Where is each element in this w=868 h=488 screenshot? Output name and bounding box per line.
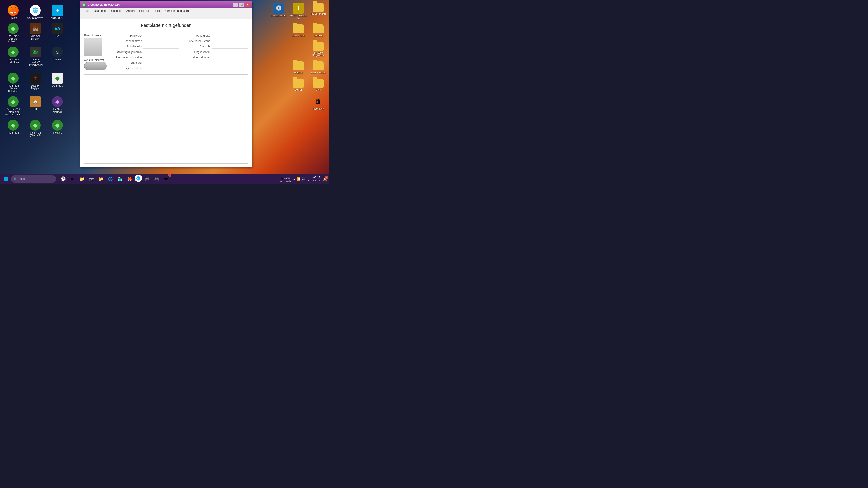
desktop-icons-left: 🦊 Firefox 🌐 Google Chrome ⊞ Microsoft B.…: [2, 2, 79, 140]
icon-sims4[interactable]: ◆ The Sims 4: [4, 119, 22, 138]
info-panels: Gesamtzustand Aktuelle Temperatu Firmwar…: [84, 34, 248, 72]
seriennummer-row: Seriennummer: [116, 39, 180, 43]
icon-chrome[interactable]: 🌐 Google Chrome: [26, 4, 44, 20]
clock-time: 02:15: [308, 176, 320, 179]
icon-sims2ult[interactable]: ◆ The Sims 2 Ultimate Collection: [4, 22, 22, 44]
temperature-indicator: [84, 62, 107, 70]
taskbar-right: ☁ 15°C Stark bewölkt ∧ 📶 🔊 02:15 17.09.2…: [279, 175, 327, 182]
window-titlebar: 💿 CrystalDiskInfo 9.4.4 x64 ─ □ ✕: [81, 1, 252, 8]
app-icon: 💿: [82, 3, 86, 7]
menu-festplatte[interactable]: Festplatte: [137, 8, 153, 13]
icon-deadbydaylight[interactable]: ✝ Dead by Daylight: [26, 72, 44, 94]
menu-bearbeiten[interactable]: Bearbeiten: [92, 8, 109, 13]
icon-simsmedieval[interactable]: ◆ The Sims Medieval: [49, 95, 66, 117]
icon-microsoft[interactable]: ⊞ Microsoft B...: [49, 4, 66, 20]
drehzahl-row: Drehzahl: [185, 44, 248, 48]
menu-datei[interactable]: Datei: [82, 8, 92, 13]
window-controls: ─ □ ✕: [233, 3, 250, 7]
clock-date: 17.09.2024: [308, 179, 320, 182]
icon-sims4mods[interactable]: SIMS 4 MODS: [309, 61, 327, 75]
weather-temp: 15°C: [284, 176, 290, 179]
icon-crystaldiskinfo[interactable]: 💿 CrystalDiskInfo: [270, 2, 287, 21]
taskbar: 🔍 ⚽ ✏ 📁 📷 📂 🌐 🏪 🦊 🌐 🎮 🎮 👁 3: [0, 173, 329, 184]
window-body: Festplatte nicht gefunden Gesamtzustand …: [81, 19, 252, 167]
taskbar-teamviewer-wrapper: 👁 3: [162, 175, 170, 183]
icon-medievaldynasty[interactable]: 🏰 Medieval Dynasty: [26, 22, 44, 44]
weather-icon: ☁: [280, 176, 283, 180]
nvcache-row: NV-Cache-Größe: [185, 39, 248, 43]
icon-sims3create[interactable]: ◆ Die Sims™ 3 Erstelle eine Welt-Tool - …: [4, 95, 22, 117]
icon-sonstige[interactable]: Sonstige Programme: [309, 41, 327, 58]
taskbar-app-firefox[interactable]: 🦊: [125, 175, 134, 183]
menu-hilfe[interactable]: Hilfe: [153, 8, 162, 13]
search-input[interactable]: [19, 177, 53, 181]
gesamtzustand-label: Gesamtzustand: [84, 34, 111, 36]
taskbar-app-xbox[interactable]: 🎮: [152, 175, 161, 183]
taskbar-app-ball[interactable]: ⚽: [59, 175, 67, 183]
icon-elderscrolls[interactable]: 🐉 The Elder Scrolls V Skyrim Special E..…: [26, 46, 44, 70]
uebertragungsmodus-row: Übertragungsmodus: [116, 50, 180, 54]
volume-icon[interactable]: 🔊: [301, 177, 305, 181]
maximize-button[interactable]: □: [239, 3, 244, 7]
temperature-label: Aktuelle Temperatu: [84, 59, 111, 61]
window-title: CrystalDiskInfo 9.4.4 x64: [88, 3, 120, 6]
icon-papierkorb[interactable]: 🗑 Papierkorb: [309, 95, 327, 111]
taskbar-app-explorer[interactable]: 📂: [97, 175, 105, 183]
menubar: Datei Bearbeiten Optionen Ansicht Festpl…: [81, 8, 252, 14]
desktop-icons-right: 💿 CrystalDiskInfo ⬇ HTTP_Downloader IRL …: [270, 2, 327, 114]
teamviewer-badge: 3: [168, 174, 171, 177]
icon-http-downloader[interactable]: ⬇ HTTP_Downloader: [289, 2, 307, 21]
left-panel: Gesamtzustand Aktuelle Temperatu: [84, 34, 114, 72]
taskbar-app-files[interactable]: 📁: [78, 175, 86, 183]
menu-sprache[interactable]: Sprache(Language): [163, 8, 191, 13]
icon-ordner[interactable]: Ordner: [289, 78, 307, 92]
laufwerksbuchstaben-row: Laufwerksbuchstaben: [116, 55, 180, 59]
start-button[interactable]: [2, 175, 10, 183]
taskbar-app-edge[interactable]: 🌐: [106, 175, 115, 183]
icon-sandisk[interactable]: SanDisk: [309, 24, 327, 38]
titlebar-left: 💿 CrystalDiskInfo 9.4.4 x64: [82, 3, 120, 7]
icon-drucken[interactable]: Drucken: [289, 61, 307, 75]
icon-grid: 🦊 Firefox 🌐 Google Chrome ⊞ Microsoft B.…: [2, 2, 79, 140]
taskbar-search[interactable]: 🔍: [11, 175, 56, 183]
eigenschaften-row: Eigenschaften: [116, 66, 180, 70]
icon-irl-dokumente[interactable]: IRL Dokumente: [309, 2, 327, 21]
wifi-icon[interactable]: 📶: [296, 177, 300, 181]
icon-vpn[interactable]: VPN: [309, 78, 327, 92]
taskbar-apps: ⚽ ✏ 📁 📷 📂 🌐 🏪 🦊 🌐 🎮 🎮 👁 3: [59, 175, 170, 183]
taskbar-app-chrome[interactable]: 🌐: [135, 175, 142, 182]
eingeschaltet-row: Eingeschaltet: [185, 50, 248, 54]
icon-sims2body[interactable]: ◆ The Sims 2 Body Shop: [4, 46, 22, 70]
right-panel: Puffergröße NV-Cache-Größe Drehzahl Eing…: [182, 34, 248, 72]
taskbar-app-store[interactable]: 🏪: [116, 175, 124, 183]
menu-ansicht[interactable]: Ansicht: [125, 8, 137, 13]
taskbar-app-game[interactable]: 🎮: [143, 175, 151, 183]
icon-sims4dx[interactable]: ◆ The Sims 4 (DirectX 9): [26, 119, 44, 138]
health-indicator: [84, 38, 102, 56]
tray-chevron[interactable]: ∧: [293, 177, 296, 181]
taskbar-app-pen[interactable]: ✏: [68, 175, 77, 183]
minimize-button[interactable]: ─: [233, 3, 238, 7]
menu-optionen[interactable]: Optionen: [110, 8, 124, 13]
icon-diesims[interactable]: ◆ Die Sims...: [49, 72, 66, 94]
icon-ea[interactable]: EA EA: [49, 22, 66, 44]
main-title: Festplatte nicht gefunden: [84, 23, 248, 30]
icon-thesims[interactable]: ◆ The Sims: [49, 119, 66, 138]
toolbar: [81, 14, 252, 19]
schnittstelle-row: Schnittstelle: [116, 44, 180, 48]
system-tray-icons: ∧ 📶 🔊: [293, 177, 305, 181]
icon-sims3tools[interactable]: Sims 3 Tools: [289, 24, 307, 38]
icon-sims3ult[interactable]: ◆ The Sims 3 Ultimate Collection: [4, 72, 22, 94]
notification-wrapper: 🔔 3: [323, 177, 327, 181]
icon-fh[interactable]: 🏠 FH: [26, 95, 44, 117]
icon-firefox[interactable]: 🦊 Firefox: [4, 4, 22, 20]
notification-badge: 3: [325, 176, 328, 179]
icon-steam[interactable]: ♨ Steam: [49, 46, 66, 70]
search-icon: 🔍: [13, 177, 17, 181]
desktop: 🦊 Firefox 🌐 Google Chrome ⊞ Microsoft B.…: [0, 0, 329, 184]
close-button[interactable]: ✕: [245, 3, 250, 7]
middle-panel: Firmware Seriennummer Schnittstelle Über…: [114, 34, 182, 72]
weather-widget[interactable]: ☁ 15°C Stark bewölkt: [279, 176, 291, 182]
taskbar-app-camera[interactable]: 📷: [87, 175, 96, 183]
clock[interactable]: 02:15 17.09.2024: [307, 175, 321, 182]
